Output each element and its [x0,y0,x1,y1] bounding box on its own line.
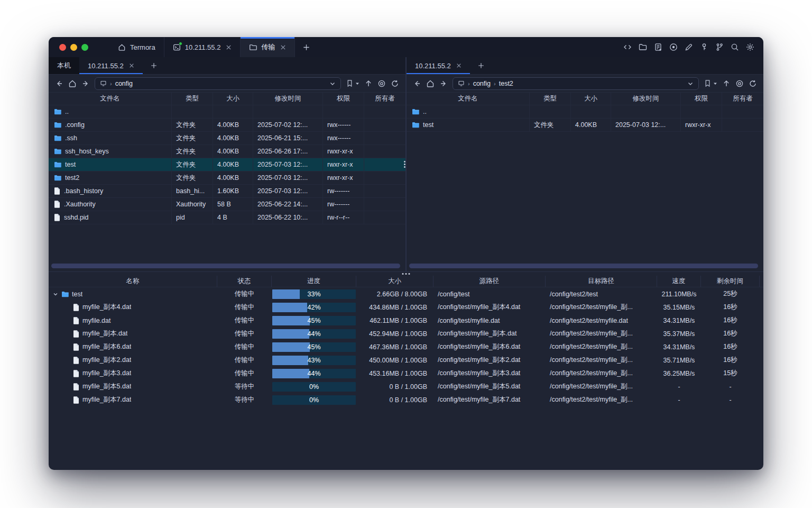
transfer-name-cell[interactable]: myfile_副本3.dat [49,367,217,380]
file-name-cell[interactable]: .. [49,105,172,118]
close-tab-icon[interactable] [129,63,134,68]
show-hidden-eye-icon[interactable] [735,79,744,88]
transfer-row[interactable]: myfile.dat传输中45%462.11MB / 1.00GB/config… [49,314,763,327]
file-row[interactable]: .config文件夹4.00KB2025-07-02 12:...rwx----… [49,119,405,132]
transfer-row[interactable]: myfile_副本7.dat等待中0%0 B / 1.00GB/config/t… [49,393,763,406]
column-header[interactable]: 大小 [571,93,611,105]
file-name-cell[interactable]: sshd.pid [49,211,172,224]
close-tab-icon[interactable] [226,44,232,50]
divider-drag-handle[interactable] [404,161,405,168]
forward-icon[interactable] [439,79,448,88]
column-header[interactable]: 剩余时间 [701,276,760,287]
right-breadcrumb[interactable]: › config › test2 [453,77,699,90]
file-row[interactable]: sshd.pidpid4 B2025-06-22 10:...rw-r--r-- [49,211,405,224]
new-panel-tab-button[interactable] [470,57,492,74]
column-header[interactable]: 权限 [323,93,364,105]
column-header[interactable]: 状态 [217,276,272,287]
breadcrumb-segment[interactable]: config [115,80,133,87]
close-window-button[interactable] [59,44,66,51]
file-name-cell[interactable]: test [49,158,172,171]
column-header[interactable]: 所有者 [364,93,405,105]
column-header[interactable]: 类型 [530,93,571,105]
tab-local[interactable]: 本机 [49,57,79,74]
file-row[interactable]: .. [407,105,763,119]
file-name-cell[interactable]: .ssh [49,132,172,144]
transfer-name-cell[interactable]: myfile.dat [49,314,217,327]
transfer-row[interactable]: myfile_副本5.dat等待中0%0 B / 1.00GB/config/t… [49,380,763,393]
search-icon[interactable] [730,42,740,52]
breadcrumb-segment[interactable]: test2 [499,80,513,87]
transfer-row[interactable]: myfile_副本2.dat传输中43%450.00MB / 1.00GB/co… [49,353,763,367]
file-row[interactable]: ssh_host_keys文件夹4.00KB2025-06-26 17:...r… [49,145,405,158]
tab-remote-host[interactable]: 10.211.55.2 [407,57,470,74]
column-header[interactable]: 大小 [356,276,433,287]
file-row[interactable]: test2文件夹4.00KB2025-07-03 12:...rwxr-xr-x [49,171,405,185]
tab-termora-home[interactable]: Termora [109,37,164,57]
expander-chevron-icon[interactable] [53,292,58,297]
file-row[interactable]: .XauthorityXauthority58 B2025-06-22 14:.… [49,198,405,211]
chevron-down-icon[interactable] [329,80,336,87]
file-row[interactable]: test文件夹4.00KB2025-07-03 12:...rwxr-xr-x [407,119,763,132]
transfer-name-cell[interactable]: myfile_副本7.dat [49,393,217,406]
transfer-name-cell[interactable]: myfile_副本2.dat [49,353,217,367]
file-row[interactable]: test文件夹4.00KB2025-07-03 12:...rwxr-xr-x [49,158,405,171]
transfer-name-cell[interactable]: myfile_副本6.dat [49,340,217,353]
edit-icon[interactable] [684,42,694,52]
tab-transfer[interactable]: 传输 [241,37,295,57]
transfer-name-cell[interactable]: myfile_副本5.dat [49,380,217,393]
column-header[interactable]: 进度 [272,276,356,287]
file-name-cell[interactable]: test2 [49,171,172,184]
file-name-cell[interactable]: .. [407,105,530,118]
transfer-name-cell[interactable]: myfile_副本.dat [49,327,217,340]
breadcrumb-segment[interactable]: config [473,80,491,87]
file-name-cell[interactable]: .bash_history [49,185,172,197]
new-panel-tab-button[interactable] [143,57,165,74]
transfer-name-cell[interactable]: test [49,287,217,301]
column-header[interactable]: 类型 [172,93,213,105]
file-row[interactable]: .. [49,105,405,119]
column-header[interactable]: 权限 [681,93,722,105]
home-icon[interactable] [68,79,77,88]
show-hidden-eye-icon[interactable] [377,79,386,88]
column-header[interactable]: 文件名 [407,93,530,105]
bookmark-button[interactable] [704,79,717,87]
column-header[interactable]: 速度 [657,276,701,287]
file-name-cell[interactable]: ssh_host_keys [49,145,172,158]
home-icon[interactable] [426,79,435,88]
file-row[interactable]: .ssh文件夹4.00KB2025-06-21 15:...rwx------ [49,132,405,145]
horizontal-scrollbar[interactable] [51,264,400,268]
folder-icon[interactable] [638,42,648,52]
settings-gear-icon[interactable] [745,42,755,52]
close-tab-icon[interactable] [280,44,286,50]
refresh-icon[interactable] [749,79,757,88]
transfer-row[interactable]: myfile_副本6.dat传输中45%467.36MB / 1.00GB/co… [49,340,763,353]
column-header[interactable]: 目标路径 [546,276,657,287]
column-header[interactable]: 所有者 [722,93,763,105]
transfer-row[interactable]: test传输中33%2.66GB / 8.00GB/config/test/co… [49,287,763,301]
log-icon[interactable] [653,42,663,52]
branch-icon[interactable] [715,42,724,52]
column-header[interactable]: 修改时间 [611,93,681,105]
back-icon[interactable] [413,79,421,88]
column-header[interactable]: 大小 [213,93,253,105]
bookmark-button[interactable] [346,79,359,87]
transfer-row[interactable]: myfile_副本4.dat传输中42%434.86MB / 1.00GB/co… [49,301,763,314]
horizontal-splitter[interactable] [49,271,763,276]
transfer-row[interactable]: myfile_副本3.dat传输中44%453.16MB / 1.00GB/co… [49,367,763,380]
splitter-drag-handle[interactable] [402,273,410,275]
file-row[interactable]: .bash_historybash_hi...1.60KB2025-07-03 … [49,185,405,198]
transfer-name-cell[interactable]: myfile_副本4.dat [49,301,217,314]
zoom-window-button[interactable] [81,44,88,51]
record-icon[interactable] [669,42,678,52]
left-breadcrumb[interactable]: › config [95,77,341,90]
column-header[interactable]: 文件名 [49,93,172,105]
chevron-down-icon[interactable] [687,80,694,87]
upload-icon[interactable] [364,79,373,88]
tab-remote-host[interactable]: 10.211.55.2 [79,57,143,74]
new-tab-button[interactable] [295,37,318,57]
back-icon[interactable] [55,79,63,88]
code-icon[interactable] [623,42,632,52]
minimize-window-button[interactable] [70,44,77,51]
file-name-cell[interactable]: .config [49,119,172,131]
key-icon[interactable] [699,42,709,52]
